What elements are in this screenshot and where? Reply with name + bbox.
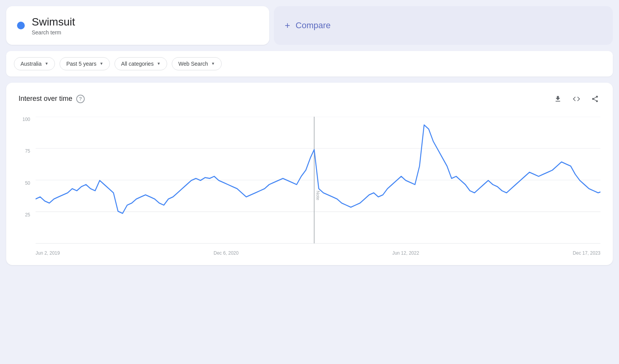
chart-area: 100 75 50 25 Note Jun 2 — [19, 117, 600, 256]
chevron-down-icon: ▼ — [211, 61, 215, 66]
y-label-25: 25 — [19, 212, 30, 218]
y-axis: 100 75 50 25 — [19, 117, 30, 256]
search-term-card: Swimsuit Search term — [6, 6, 269, 45]
filter-search-type-label: Web Search — [178, 61, 208, 67]
filter-region[interactable]: Australia ▼ — [14, 57, 55, 70]
share-icon — [591, 95, 599, 103]
x-label-1: Dec 6, 2020 — [214, 250, 239, 256]
filter-time-label: Past 5 years — [66, 61, 96, 67]
search-dot — [17, 22, 25, 29]
compare-label: Compare — [296, 20, 330, 31]
embed-icon — [573, 95, 580, 103]
chart-title: Interest over time — [19, 95, 72, 103]
chart-title-row: Interest over time ? — [19, 95, 85, 103]
search-term-title: Swimsuit — [32, 15, 75, 29]
help-icon[interactable]: ? — [76, 95, 85, 103]
compare-plus-icon: + — [285, 21, 290, 30]
filter-category-label: All categories — [121, 61, 154, 67]
chevron-down-icon: ▼ — [99, 61, 103, 66]
y-label-100: 100 — [19, 117, 30, 122]
search-term-type: Search term — [32, 29, 75, 36]
compare-card[interactable]: + Compare — [274, 6, 613, 45]
filter-time[interactable]: Past 5 years ▼ — [60, 57, 110, 70]
note-label: Note — [316, 191, 320, 200]
download-button[interactable] — [552, 94, 563, 104]
x-label-3: Dec 17, 2023 — [573, 250, 600, 256]
chart-inner: Note — [36, 117, 600, 244]
chevron-down-icon: ▼ — [44, 61, 48, 66]
x-label-2: Jun 12, 2022 — [392, 250, 419, 256]
share-button[interactable] — [590, 94, 600, 104]
y-label-50: 50 — [19, 180, 30, 186]
chart-header: Interest over time ? — [19, 94, 600, 104]
embed-button[interactable] — [571, 94, 582, 104]
filters-row: Australia ▼ Past 5 years ▼ All categorie… — [6, 51, 613, 77]
download-icon — [554, 95, 562, 103]
chart-svg: Note — [36, 117, 600, 244]
filter-region-label: Australia — [21, 61, 41, 67]
filter-search-type[interactable]: Web Search ▼ — [172, 57, 222, 70]
chevron-down-icon: ▼ — [157, 61, 161, 66]
chart-card: Interest over time ? 100 — [6, 83, 613, 265]
x-axis: Jun 2, 2019 Dec 6, 2020 Jun 12, 2022 Dec… — [36, 244, 600, 256]
x-label-0: Jun 2, 2019 — [36, 250, 60, 256]
filter-category[interactable]: All categories ▼ — [115, 57, 167, 70]
chart-actions — [552, 94, 600, 104]
search-text-block: Swimsuit Search term — [32, 15, 75, 36]
y-label-75: 75 — [19, 148, 30, 154]
